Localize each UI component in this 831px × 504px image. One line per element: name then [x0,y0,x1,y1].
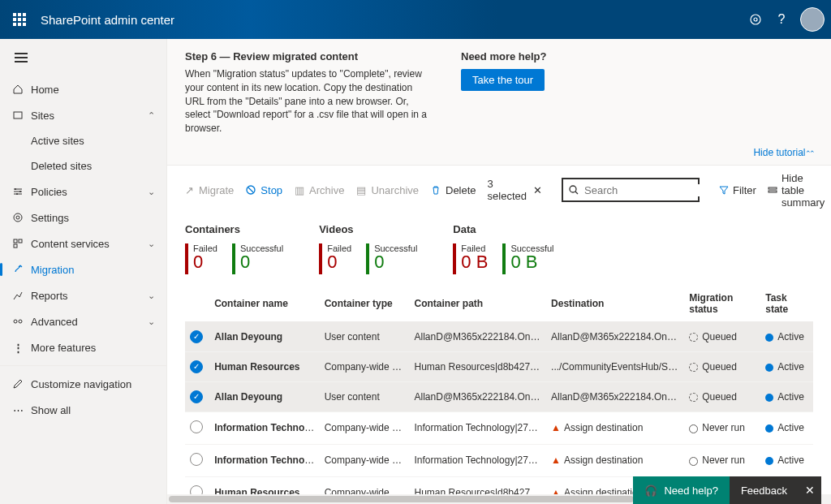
cell-destination[interactable]: ▲Assign destination [546,444,684,476]
nav-advanced[interactable]: Advanced⌄ [0,308,166,334]
container-name-link[interactable]: Allan Deyoung [214,391,282,403]
migrate-button[interactable]: ↗Migrate [183,184,234,196]
feedback-close-icon[interactable]: ✕ [799,476,821,504]
row-checkbox[interactable]: ✓ [190,360,203,373]
trash-icon [430,184,441,196]
nav-settings[interactable]: Settings [0,205,166,230]
delete-button[interactable]: Delete [430,184,476,196]
need-help-button[interactable]: 🎧Need help? [633,476,730,504]
nav-content-services[interactable]: Content services⌄ [0,230,166,256]
warning-icon: ▲ [551,454,561,466]
svg-rect-10 [14,244,17,248]
help-icon[interactable]: ? [774,12,789,27]
container-name-link[interactable]: Information Technology [214,422,320,433]
svg-point-3 [15,188,16,190]
nav-migration[interactable]: Migration [0,256,166,282]
container-name-link[interactable]: Allan Deyoung [214,331,282,342]
nav-customize[interactable]: Customize navigation [0,371,166,397]
nav-label: Active sites [31,135,84,147]
cmd-label: Migrate [199,184,234,196]
row-checkbox[interactable] [190,420,203,433]
help-label: Need help? [664,485,718,497]
feedback-button[interactable]: Feedback [730,476,799,504]
stat-value: 0 B [510,253,553,271]
th-status[interactable]: Migration status [684,286,760,322]
user-avatar[interactable] [800,7,825,32]
hide-summary-button[interactable]: Hide table summary [768,172,825,209]
chevron-down-icon: ⌄ [148,239,155,249]
stop-button[interactable]: Stop [245,184,282,196]
neverrun-icon [689,424,698,433]
nav-reports[interactable]: Reports⌄ [0,282,166,308]
nav-show-all[interactable]: ⋯Show all [0,397,166,423]
row-checkbox[interactable]: ✓ [190,330,203,343]
nav-sites[interactable]: Sites⌃ [0,102,166,128]
unarchive-button[interactable]: ▤Unarchive [355,184,419,196]
table-row[interactable]: Information TechnologyCompany-wide chan.… [185,411,813,444]
queued-icon [689,333,698,342]
content-icon [11,237,24,250]
stat-title: Data [453,223,553,235]
stat-value: 0 [374,253,417,271]
main-content: Step 6 — Review migrated content When "M… [167,39,831,504]
nav-home[interactable]: Home [0,76,166,102]
search-field[interactable] [584,184,721,196]
take-tour-button[interactable]: Take the tour [461,69,545,91]
nav-deleted-sites[interactable]: Deleted sites [0,153,166,179]
th-name[interactable]: Container name [209,286,320,322]
cell-path: AllanD@M365x222184.OnMicrosoft.com|... [410,381,547,411]
cell-destination[interactable]: ▲Assign destination [546,411,684,444]
clear-selection-icon[interactable]: ✕ [530,184,545,196]
tutorial-title: Step 6 — Review migrated content [185,50,428,62]
home-icon [11,83,24,96]
nav-label: Policies [31,186,67,198]
headset-icon: 🎧 [644,485,657,497]
table-row[interactable]: ✓Human ResourcesCompany-wide chan...Huma… [185,351,813,381]
stat-value: 0 [327,253,351,271]
queued-icon [689,393,698,402]
th-path[interactable]: Container path [410,286,547,322]
feedback-label: Feedback [741,485,787,497]
nav-label: Content services [31,238,110,250]
nav-more-features[interactable]: ⋮More features [0,334,166,360]
cmd-label: Stop [260,184,282,196]
feedback-bar: 🎧Need help? Feedback ✕ [633,476,821,504]
row-checkbox[interactable] [190,453,203,466]
th-state[interactable]: Task state [760,286,813,322]
th-type[interactable]: Container type [320,286,410,322]
stats-videos: Videos Failed0 Successful0 [319,223,417,274]
stat-value: 0 [193,253,217,271]
chevron-down-icon: ⌄ [148,317,155,327]
th-destination[interactable]: Destination [546,286,684,322]
nav-toggle-icon[interactable] [0,39,166,76]
table-row[interactable]: Information TechnologyCompany-wide chan.… [185,444,813,476]
migrate-icon: ↗ [183,184,195,196]
nav-label: More features [31,342,96,354]
settings-gear-icon[interactable] [748,12,763,27]
svg-point-0 [751,15,760,24]
archive-button[interactable]: ▥Archive [294,184,344,196]
container-name-link[interactable]: Human Resources [214,361,299,373]
cell-status: Queued [684,381,760,411]
command-bar: ↗Migrate Stop ▥Archive ▤Unarchive Delete… [167,165,831,215]
table-row[interactable]: ✓Allan DeyoungUser contentAllanD@M365x22… [185,321,813,351]
container-name-link[interactable]: Information Technology [214,454,320,466]
app-launcher-icon[interactable] [6,6,32,32]
cell-state: Active [760,351,813,381]
reports-icon [11,289,24,302]
table-row[interactable]: ✓Allan DeyoungUser contentAllanD@M365x22… [185,381,813,411]
nav-active-sites[interactable]: Active sites [0,128,166,153]
hide-tutorial-link[interactable]: Hide tutorial [753,147,813,158]
svg-point-4 [19,191,21,192]
nav-label: Reports [31,290,68,302]
nav-policies[interactable]: Policies⌄ [0,179,166,205]
neverrun-icon [689,457,698,466]
svg-rect-8 [14,239,17,243]
filter-button[interactable]: Filter [719,184,756,196]
search-input[interactable] [562,178,700,202]
svg-rect-15 [769,187,777,189]
app-title: SharePoint admin center [41,13,174,27]
svg-point-7 [16,216,19,219]
row-checkbox[interactable]: ✓ [190,390,203,403]
stat-title: Containers [185,223,283,235]
